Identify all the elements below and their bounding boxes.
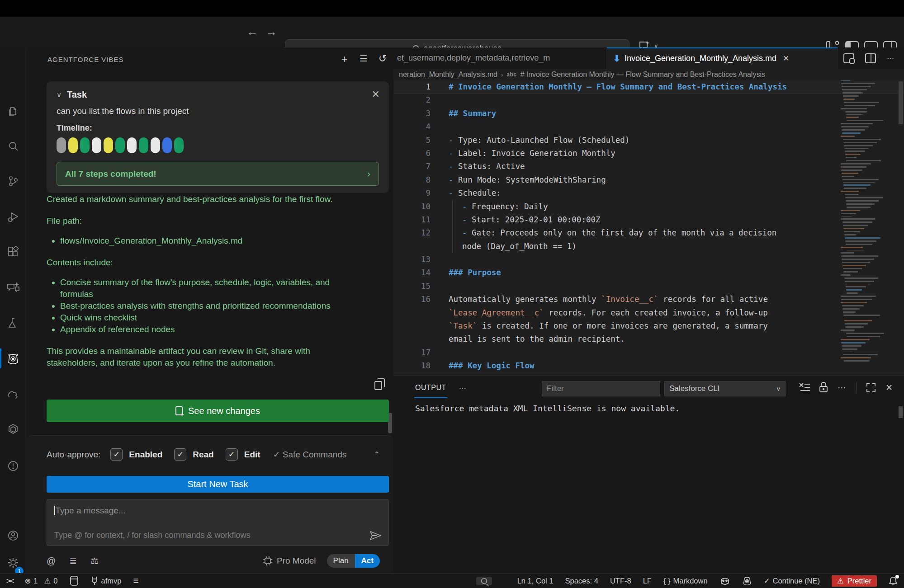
timeline-step[interactable] (57, 137, 66, 153)
breadcrumb[interactable]: neration_Monthly_Analysis.md › abc # Inv… (393, 69, 904, 80)
history-icon[interactable]: ↺ (376, 53, 389, 65)
plan-act-toggle[interactable]: Plan Act (327, 554, 380, 568)
code-line[interactable]: email is sent to the admin recipient. (393, 333, 904, 346)
indentation[interactable]: Spaces: 4 (565, 577, 598, 585)
start-new-task-button[interactable]: Start New Task (47, 476, 389, 493)
back-arrow-icon[interactable]: ← (246, 25, 258, 39)
split-editor-icon[interactable] (865, 53, 876, 63)
timeline-step[interactable] (80, 137, 90, 153)
container-icon[interactable] (69, 575, 79, 586)
output-tab[interactable]: OUTPUT (414, 377, 447, 398)
account-icon[interactable] (0, 521, 26, 550)
timeline-step[interactable] (174, 137, 184, 153)
code-line[interactable]: 9- Schedule: (393, 187, 904, 200)
minimap[interactable] (841, 80, 884, 373)
problems-indicator[interactable]: ⊗1 ⚠0 (24, 577, 57, 585)
code-line[interactable]: 10- Frequency: Daily (393, 200, 904, 213)
code-area[interactable]: 1# Invoice Generation Monthly — Flow Sum… (393, 80, 904, 375)
code-line[interactable]: 11- Start: 2025-02-01 00:00:00Z (393, 213, 904, 226)
rules-icon[interactable]: ≣ (69, 555, 77, 566)
clear-output-icon[interactable] (799, 382, 810, 393)
code-line[interactable]: 3## Summary (393, 107, 904, 120)
checkbox-read[interactable]: ✓ (174, 448, 186, 461)
tab-active[interactable]: ⬇ Invoice_Generation_Monthly_Analysis.md… (607, 47, 838, 69)
code-line[interactable]: 1# Invoice Generation Monthly — Flow Sum… (393, 80, 904, 94)
close-icon[interactable]: ✕ (783, 54, 789, 63)
cursor-position[interactable]: Ln 1, Col 1 (517, 577, 554, 585)
output-more-icon[interactable]: ⋯ (838, 382, 847, 393)
org-indicator[interactable]: afmvp (91, 576, 121, 586)
timeline-step[interactable] (162, 137, 172, 153)
scales-icon[interactable]: ⚖ (90, 555, 99, 566)
more-actions-icon[interactable]: ⋯ (887, 54, 895, 62)
code-line[interactable]: node (Day_of_Month == 1) (393, 240, 904, 253)
timeline-step[interactable] (139, 137, 148, 153)
chat-sparkle-icon[interactable] (0, 273, 26, 302)
send-icon[interactable] (369, 529, 382, 542)
beaker-icon[interactable] (0, 309, 26, 338)
code-line[interactable]: 7- Status: Active (393, 160, 904, 173)
message-input[interactable]: Type a message... Type @ for context, / … (47, 499, 389, 546)
forward-arrow-icon[interactable]: → (265, 25, 277, 39)
layout-list-icon[interactable]: ☰ (357, 53, 370, 64)
close-panel-icon[interactable]: ✕ (885, 382, 893, 393)
continue-status[interactable]: ✓ Continue (NE) (764, 577, 820, 585)
checkbox-edit[interactable]: ✓ (226, 448, 238, 461)
info-icon[interactable] (0, 452, 26, 480)
encoding[interactable]: UTF-8 (610, 577, 631, 585)
new-task-icon[interactable]: + (338, 53, 351, 66)
checkbox-enabled[interactable]: ✓ (110, 448, 123, 461)
source-control-icon[interactable] (0, 167, 26, 196)
agentforce-vibes-icon[interactable] (0, 344, 26, 373)
breadcrumb-symbol[interactable]: # Invoice Generation Monthly — Flow Summ… (520, 71, 765, 79)
mention-icon[interactable]: @ (47, 556, 56, 566)
output-filter-input[interactable]: Filter (542, 381, 660, 396)
timeline-step[interactable] (104, 137, 113, 153)
extensions-icon[interactable] (0, 238, 26, 267)
act-mode-button[interactable]: Act (355, 554, 380, 568)
timeline-step[interactable] (92, 137, 101, 153)
steps-completed-banner[interactable]: All 7 steps completed! › (57, 162, 379, 186)
more-icon[interactable]: ⋯ (459, 384, 467, 392)
maximize-panel-icon[interactable] (866, 383, 876, 392)
language-mode[interactable]: { } Markdown (663, 577, 708, 585)
timeline-step[interactable] (115, 137, 125, 153)
eol[interactable]: LF (643, 577, 652, 585)
code-line[interactable]: 16Automatically generates monthly `Invoi… (393, 293, 904, 306)
chevron-down-icon[interactable]: ∨ (57, 91, 62, 99)
breadcrumb-file[interactable]: neration_Monthly_Analysis.md (399, 71, 497, 79)
see-new-changes-button[interactable]: See new changes (47, 400, 389, 422)
remote-indicator-icon[interactable]: >< (6, 576, 13, 585)
code-line[interactable]: `Lease_Agreement__c` records. For each c… (393, 306, 904, 320)
cloud-code-icon[interactable] (0, 380, 26, 409)
timeline-steps[interactable] (57, 137, 379, 153)
code-line[interactable]: 14### Purpose (393, 266, 904, 279)
zoom-indicator[interactable] (476, 577, 492, 585)
plan-mode-button[interactable]: Plan (327, 554, 355, 568)
code-line[interactable]: 13 (393, 253, 904, 266)
copy-icon[interactable] (374, 381, 382, 390)
code-line[interactable]: 18### Key Logic Flow (393, 359, 904, 372)
timeline-step[interactable] (151, 137, 160, 153)
model-selector[interactable]: Pro Model (263, 556, 316, 566)
code-line[interactable]: 5- Type: Auto-Launched Flow (Scheduled) (393, 134, 904, 147)
close-icon[interactable]: ✕ (372, 89, 380, 100)
tab-inactive[interactable]: et_username,deploy_metadata,retrieve_m (393, 47, 607, 69)
timeline-step[interactable] (68, 137, 78, 153)
run-debug-icon[interactable] (0, 202, 26, 231)
copilot-status-icon[interactable] (719, 576, 730, 586)
notifications-bell-icon[interactable] (889, 576, 898, 586)
menu-icon[interactable]: ≡ (133, 575, 138, 586)
code-line[interactable]: 4 (393, 120, 904, 133)
code-line[interactable]: 2 (393, 94, 904, 107)
search-icon[interactable] (0, 132, 26, 161)
explorer-icon[interactable] (0, 96, 26, 125)
editor-scrollbar[interactable] (899, 81, 903, 124)
chevron-up-icon[interactable]: ⌃ (374, 450, 380, 459)
code-line[interactable]: 15 (393, 280, 904, 293)
timeline-step[interactable] (127, 137, 137, 153)
output-channel-select[interactable]: Salesforce CLI ∨ (664, 381, 786, 396)
open-preview-icon[interactable] (843, 53, 854, 63)
code-line[interactable]: 17 (393, 346, 904, 359)
code-line[interactable]: 6- Label: Invoice Generation Monthly (393, 147, 904, 160)
